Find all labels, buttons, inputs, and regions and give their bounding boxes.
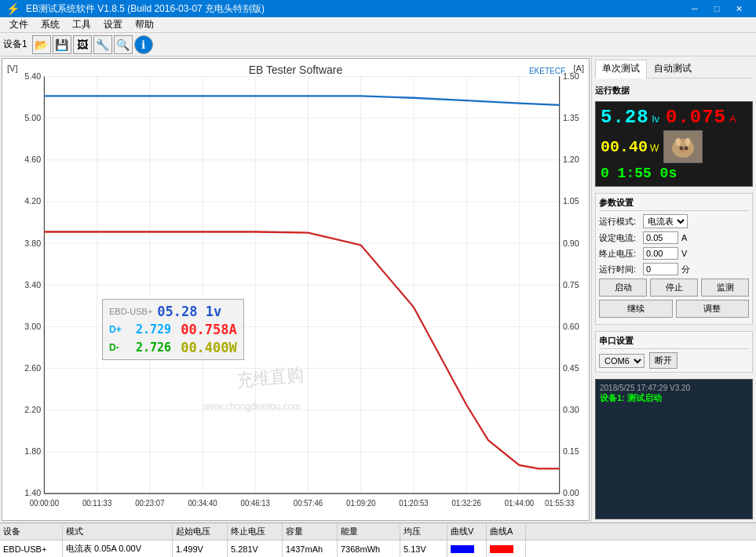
app-title: EB测试系统软件 V1.8.5 (Build 2016-03-07 充电头特别版…: [26, 2, 265, 16]
display-time: 0 1:55 0s: [601, 166, 677, 181]
svg-point-67: [680, 147, 684, 151]
run-data-title: 运行数据: [595, 85, 753, 96]
svg-text:0.15: 0.15: [563, 446, 579, 456]
continue-button[interactable]: 继续: [599, 300, 673, 318]
open-button[interactable]: 📂: [32, 35, 51, 54]
table-header: 设备 模式 起始电压 终止电压 容量 能量 均压 曲线V 曲线A: [0, 522, 756, 540]
mode-label: 运行模式:: [599, 216, 640, 228]
menu-help[interactable]: 帮助: [129, 17, 160, 33]
header-capacity: 容量: [283, 523, 338, 541]
display-voltage: 5.28: [601, 107, 649, 128]
maximize-button[interactable]: □: [706, 0, 728, 17]
main-content: EB Tester Software [V] [A] EKETECF: [0, 56, 756, 522]
com-select[interactable]: COM6: [599, 354, 645, 368]
svg-text:00:23:07: 00:23:07: [135, 499, 164, 508]
header-device: 设备: [0, 523, 63, 541]
chart-info-box: EBD-USB+ 05.28 1v D+ 2.729 00.758A D- 2.…: [102, 299, 244, 360]
cell-capacity: 1437mAh: [283, 541, 338, 558]
start-button[interactable]: 启动: [599, 278, 647, 297]
run-data: 5.28 lv 0.075 A 00.40 W: [595, 101, 753, 187]
run-time-input[interactable]: [643, 263, 678, 275]
image-button[interactable]: 🖼: [73, 35, 92, 54]
overlay-power: 00.400W: [181, 340, 237, 355]
com-title: 串口设置: [599, 335, 749, 349]
svg-text:00:46:13: 00:46:13: [241, 499, 271, 508]
title-bar: ⚡ EB测试系统软件 V1.8.5 (Build 2016-03-07 充电头特…: [0, 0, 756, 17]
log-message: 设备1: 测试启动: [600, 392, 748, 404]
adjust-button[interactable]: 调整: [676, 300, 750, 318]
svg-text:5.40: 5.40: [24, 71, 41, 81]
settings-button[interactable]: 🔧: [93, 35, 112, 54]
svg-text:1.20: 1.20: [563, 155, 579, 164]
cell-curve-a: [487, 541, 526, 558]
menu-file[interactable]: 文件: [3, 17, 35, 33]
right-panel: 单次测试 自动测试 运行数据 5.28 lv 0.075 A 00.40 W: [591, 56, 756, 522]
cell-curve-v: [447, 541, 487, 558]
term-voltage-label: 终止电压:: [599, 248, 640, 260]
cell-start-v: 1.499V: [173, 541, 228, 558]
svg-text:3.40: 3.40: [24, 279, 41, 289]
mode-select[interactable]: 电流表: [643, 214, 688, 228]
header-avg-v: 均压: [400, 523, 447, 541]
run-time-label: 运行时间:: [599, 264, 640, 275]
cat-image: [663, 130, 703, 163]
svg-text:4.60: 4.60: [24, 155, 41, 164]
header-curve-a: 曲线A: [487, 523, 526, 541]
btn-row-1: 启动 停止 监测: [599, 278, 749, 297]
term-voltage-input[interactable]: [643, 247, 678, 260]
params-section: 参数设置 运行模式: 电流表 设定电流: A 终止电压: V: [595, 193, 753, 325]
menu-system[interactable]: 系统: [35, 17, 66, 33]
display-current: 0.075: [666, 107, 726, 128]
svg-point-66: [685, 138, 690, 146]
data-row: EBD-USB+ 电流表 0.05A 0.00V 1.499V 5.281V 1…: [0, 540, 756, 557]
cell-energy: 7368mWh: [338, 541, 400, 558]
menu-settings[interactable]: 设置: [97, 17, 129, 33]
disconnect-button[interactable]: 断开: [649, 352, 677, 369]
svg-point-68: [685, 147, 688, 151]
svg-text:00:00:00: 00:00:00: [30, 499, 60, 508]
save-button[interactable]: 💾: [53, 35, 71, 54]
cell-avg-v: 5.13V: [400, 541, 447, 558]
current-set-unit: A: [681, 233, 692, 242]
svg-text:www.chongdiontou.com: www.chongdiontou.com: [203, 400, 301, 411]
run-time-row: 运行时间: 分: [599, 263, 749, 275]
svg-text:01:20:53: 01:20:53: [399, 499, 429, 508]
header-energy: 能量: [338, 523, 400, 541]
overlay-voltage: 05.28 1v: [157, 304, 221, 319]
svg-text:1.35: 1.35: [563, 113, 579, 122]
tab-single[interactable]: 单次测试: [595, 60, 647, 78]
svg-text:1.40: 1.40: [24, 488, 41, 497]
search-button[interactable]: 🔍: [114, 35, 133, 54]
menu-tools[interactable]: 工具: [66, 17, 97, 33]
display-power-unit: W: [650, 143, 659, 154]
current-set-input[interactable]: [643, 231, 678, 244]
overlay-current: 00.758A: [181, 322, 237, 337]
com-row: COM6 断开: [599, 352, 749, 369]
title-bar-left: ⚡ EB测试系统软件 V1.8.5 (Build 2016-03-07 充电头特…: [6, 2, 265, 16]
svg-text:00:57:46: 00:57:46: [294, 499, 323, 508]
minimize-button[interactable]: ─: [684, 0, 706, 17]
svg-text:5.00: 5.00: [24, 113, 41, 122]
tab-auto[interactable]: 自动测试: [647, 60, 699, 78]
overlay-dp-label: D+: [109, 324, 131, 335]
monitor-button[interactable]: 监测: [701, 278, 749, 297]
svg-text:2.20: 2.20: [24, 405, 41, 414]
svg-text:1.50: 1.50: [563, 71, 579, 81]
stop-button[interactable]: 停止: [650, 278, 698, 297]
menu-bar: 文件 系统 工具 设置 帮助: [0, 17, 756, 33]
svg-text:0.30: 0.30: [563, 405, 579, 414]
display-current-unit: A: [729, 113, 736, 125]
overlay-dp-val: 2.729: [136, 322, 171, 337]
cell-device: EBD-USB+: [0, 541, 63, 558]
svg-text:00:34:40: 00:34:40: [188, 499, 217, 508]
curve-a-swatch: [490, 545, 513, 553]
overlay-dm-label: D-: [109, 342, 131, 353]
overlay-ebd-label: EBD-USB+: [109, 307, 152, 316]
close-button[interactable]: ✕: [728, 0, 750, 17]
svg-text:4.20: 4.20: [24, 196, 41, 206]
info-button[interactable]: ℹ: [134, 35, 153, 54]
svg-text:3.00: 3.00: [24, 322, 41, 331]
btn-row-2: 继续 调整: [599, 300, 749, 318]
svg-text:0.45: 0.45: [563, 363, 579, 373]
header-curve-v: 曲线V: [447, 523, 487, 541]
